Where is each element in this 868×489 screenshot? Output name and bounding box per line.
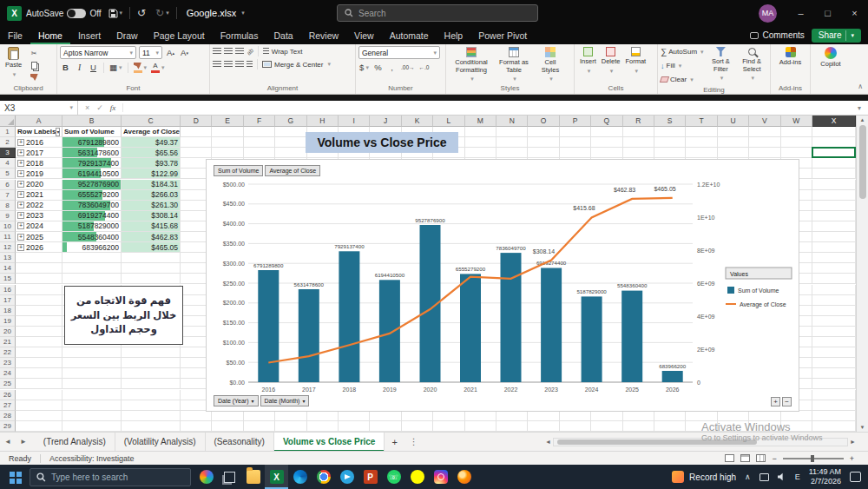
telegram-taskbar-button[interactable]: [335, 465, 358, 489]
column-header-M[interactable]: M: [465, 116, 496, 127]
cell-X19[interactable]: [812, 316, 856, 327]
row-header-19[interactable]: 19: [0, 316, 16, 327]
row-header-23[interactable]: 23: [0, 358, 16, 368]
orientation-icon[interactable]: ab: [246, 47, 254, 56]
cell-U28[interactable]: [718, 411, 749, 421]
pivot-expand-icon[interactable]: +: [17, 191, 24, 198]
annotation-textbox[interactable]: فهم قوة الاتجاه من خلال الربط بين السعر …: [64, 286, 183, 345]
sheet-nav-left-icon[interactable]: ◄: [0, 438, 16, 446]
align-left-icon[interactable]: [213, 61, 221, 68]
fill-color-button[interactable]: ▾: [133, 62, 148, 73]
cell-P1[interactable]: [560, 127, 591, 137]
cell-X16[interactable]: [812, 285, 856, 295]
pivot-filter-icon[interactable]: ▾: [56, 128, 60, 136]
cell-A3[interactable]: +2017: [16, 148, 62, 158]
cell-S29[interactable]: [654, 421, 686, 432]
cell-B24[interactable]: [62, 368, 122, 379]
cell-Q3[interactable]: [591, 148, 622, 158]
row-header-11[interactable]: 11: [0, 232, 16, 242]
cell-A22[interactable]: [16, 347, 62, 358]
cell-B28[interactable]: [62, 411, 122, 421]
chart-bar-2026[interactable]: [662, 371, 683, 382]
maximize-button[interactable]: □: [814, 0, 841, 26]
column-header-K[interactable]: K: [402, 116, 433, 127]
excel-taskbar-button[interactable]: [265, 465, 288, 489]
chart-axis-field-button[interactable]: Date (Year) ▾: [214, 395, 259, 406]
menu-tab-help[interactable]: Help: [437, 26, 471, 44]
cell-A20[interactable]: [16, 327, 62, 337]
cell-I29[interactable]: [339, 421, 370, 432]
cell-A16[interactable]: [16, 285, 62, 295]
sheet-tab-seasonality[interactable]: (Seasonality): [206, 433, 274, 452]
row-header-13[interactable]: 13: [0, 253, 16, 263]
cell-styles-button[interactable]: Cell Styles▾: [534, 46, 567, 83]
cell-V28[interactable]: [749, 411, 780, 421]
cell-A25[interactable]: [16, 379, 62, 389]
cell-A26[interactable]: [16, 390, 62, 400]
taskbar-clock[interactable]: 11:49 AM 2/7/2026: [809, 467, 841, 487]
chart-bar-2021[interactable]: [460, 274, 481, 382]
cell-C24[interactable]: [122, 368, 181, 379]
cell-C8[interactable]: $261.30: [122, 201, 181, 211]
cell-B10[interactable]: 5187829000: [62, 221, 122, 232]
cell-B13[interactable]: [62, 253, 122, 263]
cell-X14[interactable]: [812, 263, 856, 274]
cell-X27[interactable]: [812, 400, 856, 411]
row-header-21[interactable]: 21: [0, 337, 16, 347]
pivot-expand-icon[interactable]: +: [17, 149, 24, 156]
cell-C9[interactable]: $308.14: [122, 211, 181, 221]
cell-I28[interactable]: [339, 411, 370, 421]
format-painter-button[interactable]: [28, 72, 40, 83]
accessibility-status[interactable]: Accessibility: Investigate: [49, 454, 135, 463]
zoom-in-button[interactable]: +: [850, 454, 854, 463]
speaker-icon[interactable]: [778, 472, 786, 481]
cell-A12[interactable]: +2026: [16, 242, 62, 253]
cell-O29[interactable]: [528, 421, 559, 432]
cell-X10[interactable]: [812, 221, 856, 232]
document-title[interactable]: Google.xlsx▾: [181, 8, 250, 18]
cell-D2[interactable]: [181, 137, 212, 148]
currency-button[interactable]: $▾: [358, 62, 370, 73]
cell-V29[interactable]: [749, 421, 780, 432]
cell-H28[interactable]: [307, 411, 339, 421]
fill-button[interactable]: ↓Fill▾: [661, 60, 706, 71]
action-center-icon[interactable]: [850, 472, 861, 482]
chart-axis-field-button[interactable]: Date (Month) ▾: [260, 395, 310, 406]
hidden-icons-chevron[interactable]: ∧: [745, 472, 751, 481]
chart-expand-button[interactable]: +: [771, 397, 780, 406]
avatar[interactable]: MA: [759, 4, 777, 23]
cell-T3[interactable]: [686, 148, 717, 158]
cell-X8[interactable]: [812, 201, 856, 211]
row-header-16[interactable]: 16: [0, 285, 16, 295]
row-header-3[interactable]: 3: [0, 148, 16, 158]
cell-C25[interactable]: [122, 379, 181, 389]
column-header-Q[interactable]: Q: [591, 116, 622, 127]
cell-F1[interactable]: [244, 127, 275, 137]
close-button[interactable]: ×: [841, 0, 868, 26]
cell-C1[interactable]: Average of Close: [122, 127, 181, 137]
cell-A9[interactable]: +2023: [16, 211, 62, 221]
cell-B3[interactable]: 5631478600: [62, 148, 122, 158]
cell-W1[interactable]: [781, 127, 812, 137]
cell-Q28[interactable]: [591, 411, 622, 421]
row-header-17[interactable]: 17: [0, 295, 16, 306]
font-color-button[interactable]: A▾: [150, 62, 166, 73]
cell-X23[interactable]: [812, 358, 856, 368]
column-header-H[interactable]: H: [307, 116, 339, 127]
row-header-14[interactable]: 14: [0, 263, 16, 274]
cell-A27[interactable]: [16, 400, 62, 411]
find-select-button[interactable]: Find & Select▾: [736, 46, 767, 83]
cell-A23[interactable]: [16, 358, 62, 368]
row-header-15[interactable]: 15: [0, 274, 16, 284]
cell-B23[interactable]: [62, 358, 122, 368]
cell-F3[interactable]: [244, 148, 275, 158]
column-header-W[interactable]: W: [781, 116, 812, 127]
cell-A5[interactable]: +2019: [16, 169, 62, 179]
percent-button[interactable]: %: [372, 62, 384, 73]
cell-L28[interactable]: [433, 411, 464, 421]
cell-X18[interactable]: [812, 306, 856, 316]
align-middle-icon[interactable]: [224, 48, 233, 55]
cell-D29[interactable]: [181, 421, 212, 432]
cell-L29[interactable]: [433, 421, 464, 432]
cell-N2[interactable]: [496, 137, 528, 148]
